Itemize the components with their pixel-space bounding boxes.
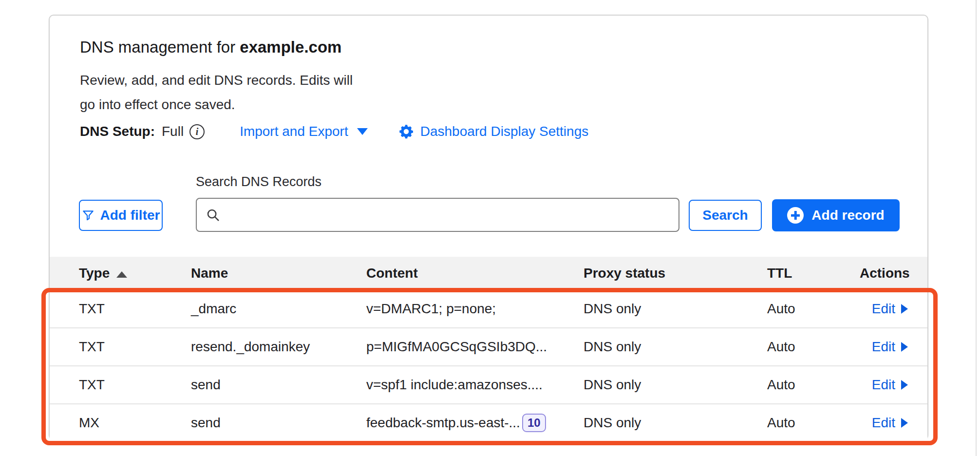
table-row: TXT send v=spf1 include:amazonses.... DN… [50,365,927,403]
cell-ttl: Auto [767,301,860,317]
column-header-content[interactable]: Content [366,266,584,281]
arrow-right-icon [901,418,908,428]
page-edge-divider [976,0,977,456]
search-label: Search DNS Records [196,174,321,190]
info-icon[interactable]: i [189,124,205,139]
sort-ascending-icon [116,271,127,278]
page-title-text: DNS management for [80,38,240,56]
dns-setup-label: DNS Setup: [80,124,155,139]
domain-name: example.com [240,38,341,56]
dashboard-display-settings-label: Dashboard Display Settings [420,124,589,139]
cell-content: p=MIGfMA0GCSqGSIb3DQ... [366,339,584,355]
edit-record-link[interactable]: Edit [872,415,908,431]
column-header-type[interactable]: Type [79,266,191,281]
gear-icon [399,124,414,139]
page-title: DNS management for example.com [80,38,341,57]
table-row: TXT _dmarc v=DMARC1; p=none; DNS only Au… [50,289,927,327]
mx-priority-badge: 10 [522,414,546,432]
cell-name: send [191,377,366,393]
add-filter-button[interactable]: Add filter [79,200,163,231]
search-button[interactable]: Search [689,200,762,231]
subtitle-line: Review, add, and edit DNS records. Edits… [80,68,353,93]
add-record-button[interactable]: Add record [772,199,900,231]
table-row: MX send feedback-smtp.us-east-...10 DNS … [50,403,927,441]
dns-management-card: DNS management for example.com Review, a… [49,15,928,440]
column-header-actions: Actions [860,266,910,281]
cell-type: TXT [79,301,191,317]
subtitle-line: go into effect once saved. [80,93,353,117]
cell-ttl: Auto [767,339,860,355]
cell-content: v=DMARC1; p=none; [366,301,584,317]
search-input[interactable] [226,208,670,223]
cell-name: resend._domainkey [191,339,366,355]
import-export-link[interactable]: Import and Export [240,124,368,139]
table-header-row: Type Name Content Proxy status TTL Actio… [50,257,927,289]
arrow-right-icon [901,304,908,314]
cell-proxy-status: DNS only [584,415,767,431]
edit-record-link[interactable]: Edit [872,301,908,317]
add-record-label: Add record [811,208,884,223]
search-icon [206,208,220,222]
dashboard-display-settings-link[interactable]: Dashboard Display Settings [399,124,589,139]
search-field [196,198,679,232]
cell-name: send [191,415,366,431]
cell-proxy-status: DNS only [584,377,767,393]
filter-icon [82,209,94,222]
cell-type: TXT [79,377,191,393]
cell-proxy-status: DNS only [584,301,767,317]
column-header-name[interactable]: Name [191,266,366,281]
cell-type: MX [79,415,191,431]
cell-type: TXT [79,339,191,355]
column-header-proxy-status[interactable]: Proxy status [584,266,767,281]
dns-setup-row: DNS Setup: Full i Import and Export Dash… [80,124,588,139]
dns-records-table: Type Name Content Proxy status TTL Actio… [50,257,927,441]
cell-content: v=spf1 include:amazonses.... [366,377,584,393]
plus-icon [787,207,804,224]
add-filter-label: Add filter [100,208,160,223]
edit-record-link[interactable]: Edit [872,377,908,393]
page-subtitle: Review, add, and edit DNS records. Edits… [80,68,353,117]
cell-name: _dmarc [191,301,366,317]
cell-ttl: Auto [767,415,860,431]
cell-ttl: Auto [767,377,860,393]
page: DNS management for example.com Review, a… [0,0,980,456]
cell-content: feedback-smtp.us-east-...10 [366,414,584,432]
dns-setup-value: Full [162,124,184,139]
chevron-down-icon [357,128,368,135]
search-button-label: Search [702,208,748,223]
arrow-right-icon [901,380,908,390]
table-row: TXT resend._domainkey p=MIGfMA0GCSqGSIb3… [50,327,927,365]
edit-record-link[interactable]: Edit [872,339,908,355]
import-export-label: Import and Export [240,124,348,139]
cell-proxy-status: DNS only [584,339,767,355]
arrow-right-icon [901,342,908,352]
column-header-ttl[interactable]: TTL [767,266,860,281]
